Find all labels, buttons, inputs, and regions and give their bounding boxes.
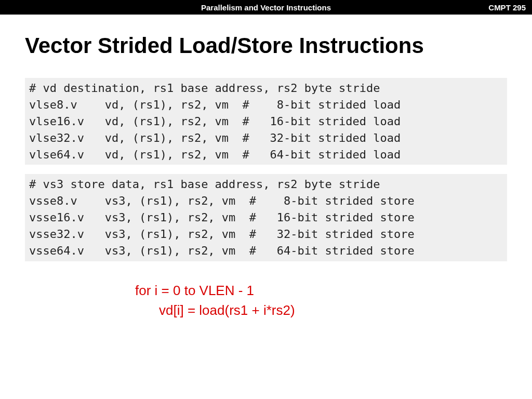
code-block-store: # vs3 store data, rs1 base address, rs2 … — [25, 174, 507, 261]
page-title: Vector Strided Load/Store Instructions — [0, 15, 532, 69]
pseudocode-line-1: for i = 0 to VLEN - 1 — [135, 281, 532, 301]
pseudocode-line-2: vd[i] = load(rs1 + i*rs2) — [135, 301, 532, 321]
header-title: Parallelism and Vector Instructions — [201, 3, 331, 12]
header-bar: Parallelism and Vector Instructions CMPT… — [0, 0, 532, 15]
pseudocode-block: for i = 0 to VLEN - 1 vd[i] = load(rs1 +… — [135, 281, 532, 320]
code-block-load: # vd destination, rs1 base address, rs2 … — [25, 78, 507, 165]
header-course-code: CMPT 295 — [488, 3, 526, 12]
